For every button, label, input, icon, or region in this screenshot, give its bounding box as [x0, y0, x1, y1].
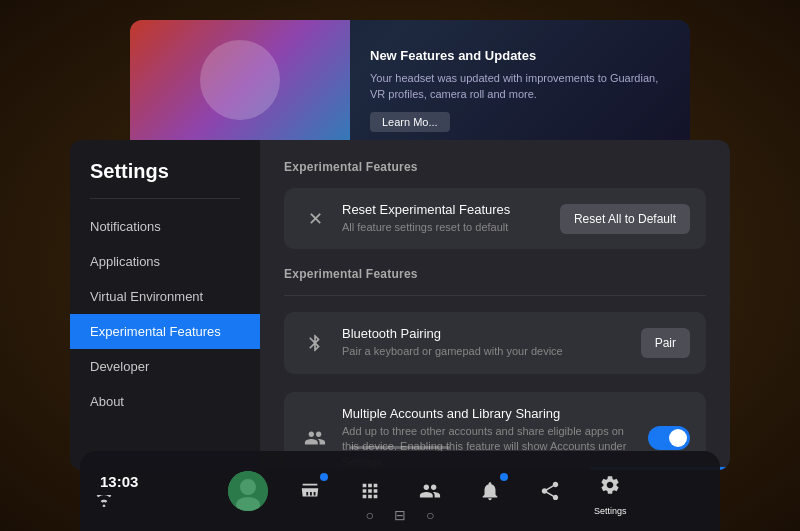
- sidebar-item-virtual-environment[interactable]: Virtual Environment: [70, 279, 260, 314]
- settings-icon: [592, 467, 628, 503]
- section1-header: Experimental Features: [284, 160, 706, 174]
- taskbar-notifications[interactable]: [472, 473, 508, 509]
- pair-button[interactable]: Pair: [641, 328, 690, 358]
- bluetooth-text: Bluetooth Pairing Pair a keyboard or gam…: [342, 326, 629, 359]
- sidebar-item-developer[interactable]: Developer: [70, 349, 260, 384]
- sidebar-item-experimental-features[interactable]: Experimental Features: [70, 314, 260, 349]
- accounts-title: Multiple Accounts and Library Sharing: [342, 406, 636, 421]
- screen-content: New Features and Updates Your headset wa…: [350, 20, 690, 160]
- reset-feature-title: Reset Experimental Features: [342, 202, 548, 217]
- reset-feature-text: Reset Experimental Features All feature …: [342, 202, 548, 235]
- settings-title: Settings: [70, 160, 260, 198]
- store-badge: [320, 473, 328, 481]
- bluetooth-title: Bluetooth Pairing: [342, 326, 629, 341]
- reset-icon: ✕: [300, 204, 330, 234]
- reset-feature-action: Reset All to Default: [560, 204, 690, 234]
- taskbar-share[interactable]: [532, 473, 568, 509]
- reset-features-card: ✕ Reset Experimental Features All featur…: [284, 188, 706, 249]
- scroll-indicator: [350, 446, 450, 449]
- sidebar-item-about[interactable]: About: [70, 384, 260, 419]
- section2-header: Experimental Features: [284, 267, 706, 281]
- main-content: Experimental Features ✕ Reset Experiment…: [260, 140, 730, 470]
- screen-title: New Features and Updates: [370, 48, 670, 63]
- bluetooth-icon: [300, 328, 330, 358]
- bottom-circle-icon[interactable]: ○: [366, 507, 374, 523]
- bluetooth-card: Bluetooth Pairing Pair a keyboard or gam…: [284, 312, 706, 373]
- taskbar-store[interactable]: [292, 473, 328, 509]
- taskbar-bottom-row: ○ ⊟ ○: [80, 507, 720, 523]
- bell-icon: [472, 473, 508, 509]
- svg-point-1: [240, 479, 256, 495]
- accounts-toggle[interactable]: [648, 426, 690, 450]
- taskbar-avatar[interactable]: [228, 471, 268, 511]
- floating-screen: New Features and Updates Your headset wa…: [130, 20, 690, 160]
- taskbar-time: 13:03: [96, 473, 138, 490]
- share-icon: [532, 473, 568, 509]
- sidebar-divider: [90, 198, 240, 199]
- bottom-rect-icon[interactable]: ⊟: [394, 507, 406, 523]
- screen-hero-image: [130, 20, 350, 160]
- accounts-icon: [300, 423, 330, 453]
- settings-panel: Settings Notifications Applications Virt…: [70, 140, 730, 470]
- sidebar: Settings Notifications Applications Virt…: [70, 140, 260, 470]
- apps-icon: [352, 473, 388, 509]
- sidebar-item-notifications[interactable]: Notifications: [70, 209, 260, 244]
- learn-more-button[interactable]: Learn Mo...: [370, 112, 450, 132]
- section-divider: [284, 295, 706, 296]
- avatar-icon: [228, 471, 268, 511]
- notification-badge: [500, 473, 508, 481]
- people-icon: [412, 473, 448, 509]
- sidebar-item-applications[interactable]: Applications: [70, 244, 260, 279]
- screen-description: Your headset was updated with improvemen…: [370, 71, 670, 102]
- taskbar-apps[interactable]: [352, 473, 388, 509]
- store-icon: [292, 473, 328, 509]
- reset-all-button[interactable]: Reset All to Default: [560, 204, 690, 234]
- reset-feature-desc: All feature settings reset to default: [342, 220, 548, 235]
- taskbar-people[interactable]: [412, 473, 448, 509]
- bluetooth-action: Pair: [641, 328, 690, 358]
- bottom-circle2-icon[interactable]: ○: [426, 507, 434, 523]
- taskbar: 13:03: [80, 451, 720, 531]
- accounts-action: [648, 426, 690, 450]
- bluetooth-desc: Pair a keyboard or gamepad with your dev…: [342, 344, 629, 359]
